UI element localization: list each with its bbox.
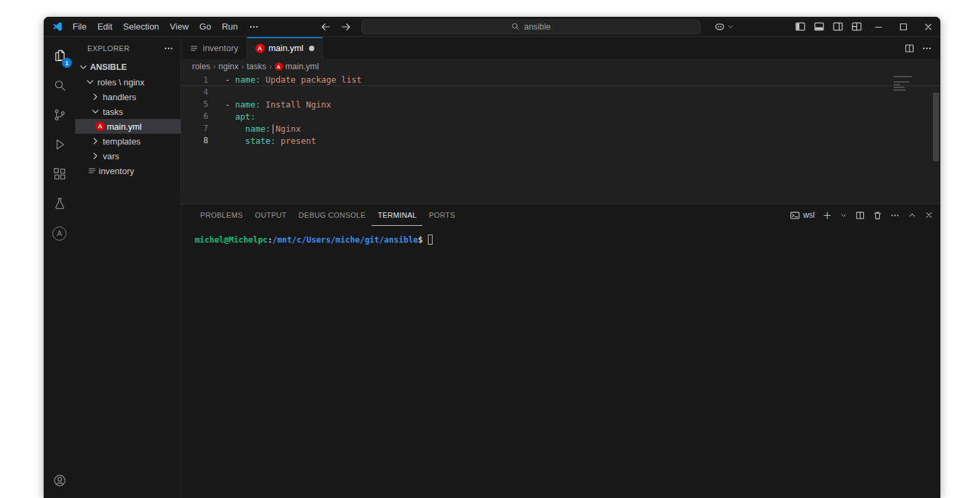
toggle-panel-button[interactable] <box>809 19 828 35</box>
toggle-secondary-sidebar-button[interactable] <box>828 19 847 35</box>
minimap-line <box>893 89 906 91</box>
activity-ansible[interactable]: A <box>44 218 75 248</box>
panel-close-button[interactable] <box>924 210 934 220</box>
terminal-cursor <box>428 235 433 245</box>
panel-header: PROBLEMS OUTPUT DEBUG CONSOLE TERMINAL P… <box>181 204 940 226</box>
activity-extensions[interactable] <box>44 159 75 189</box>
editor-scrollbar[interactable] <box>933 93 939 161</box>
tab-inventory[interactable]: inventory <box>181 37 247 59</box>
tree-item-roles-nginx[interactable]: roles \ nginx <box>75 75 181 89</box>
tab-label: inventory <box>203 43 238 53</box>
workspace-folder-ansible[interactable]: ANSIBLE <box>75 60 181 75</box>
panel-tab-problems[interactable]: PROBLEMS <box>194 204 249 226</box>
title-bar: File Edit Selection View Go Run <box>44 17 940 37</box>
panel-tab-debug-console[interactable]: DEBUG CONSOLE <box>293 204 372 226</box>
split-editor-button[interactable] <box>904 43 915 54</box>
code-line: - name: Update package list <box>208 75 361 85</box>
chevron-right-icon <box>90 136 101 147</box>
activity-search[interactable] <box>44 71 75 100</box>
breadcrumb-nginx[interactable]: nginx <box>218 62 238 71</box>
forward-button[interactable] <box>337 19 355 34</box>
panel-tab-terminal[interactable]: TERMINAL <box>371 204 422 226</box>
breadcrumb-main-yml[interactable]: main.yml <box>285 62 319 71</box>
sidebar-more-button[interactable] <box>163 43 174 54</box>
chevron-down-icon <box>78 62 89 73</box>
chevron-down-icon <box>727 23 734 30</box>
search-text: ansible <box>524 22 551 32</box>
terminal-content[interactable]: michel@Michelpc:/mnt/c/Users/miche/git/a… <box>181 226 940 498</box>
split-terminal-button[interactable] <box>855 210 865 220</box>
terminal-prompt: michel@Michelpc:/mnt/c/Users/miche/git/a… <box>195 235 940 246</box>
menu-view[interactable]: View <box>165 19 194 34</box>
sidebar-title: EXPLORER <box>87 44 163 52</box>
desktop-background: File Edit Selection View Go Run <box>0 0 980 498</box>
breadcrumb-separator: › <box>269 62 272 71</box>
back-button[interactable] <box>317 19 335 34</box>
menu-run[interactable]: Run <box>216 19 243 34</box>
breadcrumb-roles[interactable]: roles <box>192 62 210 71</box>
ansible-file-icon: A <box>275 63 283 71</box>
code-line-8: 8 state: present <box>181 134 940 147</box>
chevron-right-icon <box>90 91 101 102</box>
code-editor[interactable]: 1 - name: Update package list 4 5 - name… <box>181 74 940 204</box>
search-icon <box>52 78 67 93</box>
tree-item-tasks[interactable]: tasks <box>75 104 181 119</box>
code-line-5: 5 - name: Install Nginx <box>181 98 940 110</box>
panel-more-button[interactable] <box>890 210 900 220</box>
code-line-4: 4 <box>181 86 940 98</box>
toggle-primary-sidebar-button[interactable] <box>791 19 809 35</box>
copilot-button[interactable] <box>710 19 738 34</box>
panel-tab-ports[interactable]: PORTS <box>422 204 461 226</box>
tab-main-yml[interactable]: A main.yml <box>247 37 323 59</box>
activity-run-debug[interactable] <box>44 130 75 159</box>
search-command-center[interactable]: ansible <box>361 19 701 34</box>
testing-beaker-icon <box>52 196 67 211</box>
breadcrumb: roles › nginx › tasks › A main.yml <box>181 59 940 74</box>
tab-label: main.yml <box>269 43 304 53</box>
tab-bar-actions <box>904 37 940 59</box>
activity-testing[interactable] <box>44 189 75 218</box>
panel-tab-output[interactable]: OUTPUT <box>249 204 293 226</box>
activity-account[interactable] <box>44 466 75 495</box>
activity-explorer[interactable]: 1 <box>44 41 75 71</box>
menu-overflow-button[interactable] <box>243 19 265 34</box>
panel-maximize-button[interactable] <box>907 210 917 220</box>
chevron-down-icon <box>85 77 95 87</box>
bottom-panel: PROBLEMS OUTPUT DEBUG CONSOLE TERMINAL P… <box>181 204 940 498</box>
close-button[interactable] <box>916 17 940 37</box>
minimize-button[interactable] <box>866 17 891 37</box>
line-number: 5 <box>181 99 208 109</box>
minimap[interactable] <box>893 76 931 92</box>
menu-go[interactable]: Go <box>194 19 216 34</box>
line-number: 4 <box>181 87 208 97</box>
editor-more-button[interactable] <box>922 43 932 54</box>
breadcrumb-tasks[interactable]: tasks <box>247 62 266 71</box>
vscode-window: File Edit Selection View Go Run <box>44 17 940 498</box>
menu-edit[interactable]: Edit <box>92 19 118 34</box>
tree-item-inventory[interactable]: inventory <box>75 163 181 178</box>
tree-item-handlers[interactable]: handlers <box>75 89 181 104</box>
sidebar-header: EXPLORER <box>75 37 181 60</box>
sticky-scroll-line[interactable]: 1 - name: Update package list <box>181 74 940 86</box>
tree-item-templates[interactable]: templates <box>75 134 181 149</box>
customize-layout-button[interactable] <box>847 19 866 35</box>
code-line-7: 7 name:Nginx <box>181 122 940 134</box>
terminal-shell-selector[interactable]: wsl <box>790 210 815 220</box>
explorer-sidebar: EXPLORER ANSIBLE roles \ nginx <box>75 37 181 498</box>
minimap-line <box>893 84 900 85</box>
line-number: 1 <box>181 75 208 85</box>
menu-selection[interactable]: Selection <box>118 19 164 34</box>
terminal-launch-dropdown[interactable] <box>840 211 848 219</box>
menu-file[interactable]: File <box>67 19 92 34</box>
tree-item-vars[interactable]: vars <box>75 149 181 163</box>
activity-source-control[interactable] <box>44 100 75 130</box>
tree-item-main-yml[interactable]: A main.yml <box>75 119 181 134</box>
modified-dot-icon[interactable] <box>309 46 314 51</box>
maximize-button[interactable] <box>891 17 916 37</box>
minimap-line <box>893 87 905 88</box>
chevron-right-icon <box>90 151 101 161</box>
source-control-icon <box>52 108 67 122</box>
new-terminal-button[interactable] <box>822 210 832 220</box>
code-line-6: 6 apt: <box>181 110 940 122</box>
kill-terminal-button[interactable] <box>873 210 883 220</box>
